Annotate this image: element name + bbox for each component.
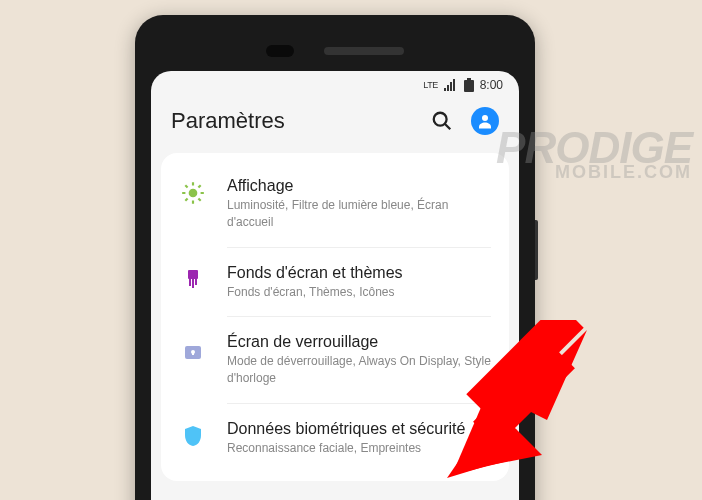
svg-rect-21 xyxy=(195,279,197,285)
search-icon[interactable] xyxy=(431,110,453,132)
svg-line-16 xyxy=(185,198,187,200)
lock-icon xyxy=(181,337,205,361)
phone-sensor xyxy=(266,45,294,57)
phone-power-button xyxy=(535,220,538,280)
item-title: Fonds d'écran et thèmes xyxy=(227,264,491,282)
shield-icon xyxy=(181,424,205,448)
user-icon xyxy=(476,112,494,130)
svg-rect-20 xyxy=(192,279,194,288)
phone-frame: LTE 8:00 Paramètres xyxy=(135,15,535,500)
svg-rect-19 xyxy=(189,279,191,286)
phone-speaker xyxy=(324,47,404,55)
brush-icon xyxy=(181,268,205,292)
item-subtitle: Fonds d'écran, Thèmes, Icônes xyxy=(227,284,491,301)
item-title: Écran de verrouillage xyxy=(227,333,491,351)
settings-list: Affichage Luminosité, Filtre de lumière … xyxy=(161,153,509,481)
settings-header: Paramètres xyxy=(151,99,519,153)
svg-rect-1 xyxy=(447,85,449,91)
settings-item-lockscreen[interactable]: Écran de verrouillage Mode de déverrouil… xyxy=(161,317,509,403)
svg-rect-4 xyxy=(467,78,471,80)
svg-point-9 xyxy=(189,189,198,198)
phone-speaker-area xyxy=(151,31,519,71)
item-subtitle: Luminosité, Filtre de lumière bleue, Écr… xyxy=(227,197,491,231)
svg-point-8 xyxy=(482,115,488,121)
item-subtitle: Mode de déverrouillage, Always On Displa… xyxy=(227,353,491,387)
brightness-icon xyxy=(180,180,206,206)
svg-line-15 xyxy=(198,198,200,200)
svg-rect-2 xyxy=(450,82,452,91)
svg-line-14 xyxy=(185,185,187,187)
svg-line-17 xyxy=(198,185,200,187)
item-title: Affichage xyxy=(227,177,491,195)
svg-rect-0 xyxy=(444,88,446,91)
signal-icon xyxy=(444,79,458,91)
svg-rect-3 xyxy=(453,79,455,91)
settings-item-biometrics[interactable]: Données biométriques et sécurité Reconna… xyxy=(161,404,509,473)
avatar[interactable] xyxy=(471,107,499,135)
clock: 8:00 xyxy=(480,78,503,92)
statusbar: LTE 8:00 xyxy=(151,71,519,99)
item-subtitle: Reconnaissance faciale, Empreintes xyxy=(227,440,491,457)
svg-rect-24 xyxy=(192,352,194,355)
battery-icon xyxy=(464,78,474,92)
phone-screen: LTE 8:00 Paramètres xyxy=(151,71,519,500)
settings-item-display[interactable]: Affichage Luminosité, Filtre de lumière … xyxy=(161,161,509,247)
svg-point-6 xyxy=(434,113,447,126)
settings-item-wallpaper[interactable]: Fonds d'écran et thèmes Fonds d'écran, T… xyxy=(161,248,509,317)
network-indicator: LTE xyxy=(423,80,437,90)
svg-line-7 xyxy=(445,124,451,130)
svg-rect-18 xyxy=(188,270,198,279)
item-title: Données biométriques et sécurité xyxy=(227,420,491,438)
page-title: Paramètres xyxy=(171,108,285,134)
svg-rect-5 xyxy=(464,80,474,92)
